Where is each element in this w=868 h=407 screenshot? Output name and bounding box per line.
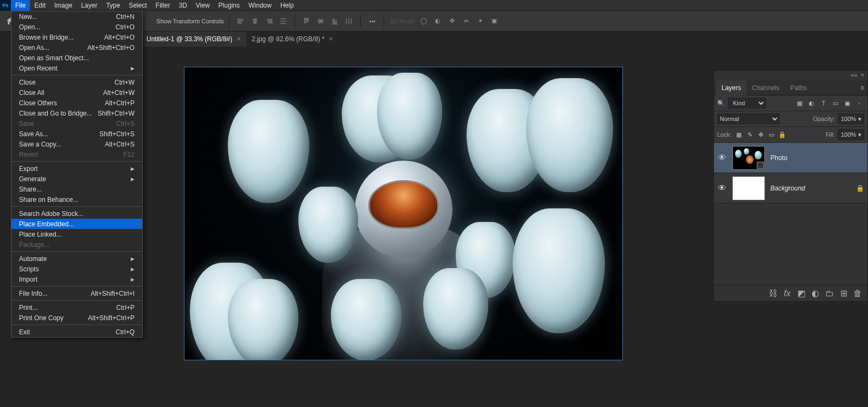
menu-select[interactable]: Select xyxy=(124,0,151,11)
file-menu-file-info[interactable]: File Info...Alt+Shift+Ctrl+I xyxy=(11,288,142,298)
file-menu-close[interactable]: CloseCtrl+W xyxy=(11,77,142,87)
file-menu-automate[interactable]: Automate▶ xyxy=(11,253,142,264)
layer-thumbnail[interactable] xyxy=(732,146,765,170)
file-menu-place-linked[interactable]: Place Linked... xyxy=(11,229,142,239)
visibility-icon[interactable]: 👁 xyxy=(717,153,727,163)
menu-plugins[interactable]: Plugins xyxy=(214,0,244,11)
panel-menu-icon[interactable]: ≡ xyxy=(860,84,864,92)
menu-3d[interactable]: 3D xyxy=(174,0,191,11)
layer-filter-kind[interactable]: Kind xyxy=(728,98,766,109)
blend-mode-select[interactable]: Normal xyxy=(717,113,780,124)
menu-help[interactable]: Help xyxy=(276,0,298,11)
filter-adjust-icon[interactable]: ◐ xyxy=(807,98,816,108)
fill-value[interactable]: 100%▾ xyxy=(838,129,864,140)
distribute-v-icon[interactable] xyxy=(343,15,355,27)
link-layers-icon[interactable]: ⛓ xyxy=(769,289,777,298)
menu-filter[interactable]: Filter xyxy=(151,0,175,11)
file-menu-open[interactable]: Open...Ctrl+O xyxy=(11,22,142,32)
channels-tab[interactable]: Channels xyxy=(746,80,785,96)
file-menu-scripts[interactable]: Scripts▶ xyxy=(11,264,142,274)
file-menu-import[interactable]: Import▶ xyxy=(11,274,142,284)
file-menu-open-as[interactable]: Open As...Alt+Shift+Ctrl+O xyxy=(11,42,142,53)
menu-file[interactable]: File xyxy=(11,0,30,11)
document-tab-2[interactable]: 2.jpg @ 82.6% (RGB/8) * × xyxy=(246,31,339,47)
lock-transparency-icon[interactable]: ▦ xyxy=(735,130,743,139)
align-middle-icon[interactable] xyxy=(315,15,327,27)
align-left-icon[interactable] xyxy=(235,15,247,27)
layer-photo[interactable]: 👁 Photo xyxy=(714,143,867,173)
file-menu-export[interactable]: Export▶ xyxy=(11,163,142,174)
file-menu-close-and-go-to-bridge[interactable]: Close and Go to Bridge...Shift+Ctrl+W xyxy=(11,108,142,118)
align-top-icon[interactable] xyxy=(301,15,312,27)
filter-pixel-icon[interactable]: ▦ xyxy=(795,98,805,108)
close-panel-icon[interactable]: × xyxy=(861,72,864,79)
more-options-icon[interactable]: ••• xyxy=(366,15,378,27)
3d-camera-icon[interactable]: ▣ xyxy=(488,15,500,27)
menu-layer[interactable]: Layer xyxy=(76,0,101,11)
document-canvas[interactable] xyxy=(184,67,623,360)
file-menu-save-a-copy[interactable]: Save a Copy...Alt+Ctrl+S xyxy=(11,139,142,149)
align-right-icon[interactable] xyxy=(263,15,275,27)
file-menu-close-all[interactable]: Close AllAlt+Ctrl+W xyxy=(11,87,142,98)
3d-slide-icon[interactable]: ⇔ xyxy=(460,15,472,27)
layer-mask-icon[interactable]: ◩ xyxy=(797,289,806,298)
document-tab-1[interactable]: Untitled-1 @ 33.3% (RGB/8#) × xyxy=(141,31,246,47)
lock-icon[interactable]: 🔒 xyxy=(856,185,864,192)
layer-name[interactable]: Photo xyxy=(770,154,787,162)
adjustment-layer-icon[interactable]: ◐ xyxy=(811,289,820,298)
distribute-icon[interactable] xyxy=(277,15,289,27)
menu-view[interactable]: View xyxy=(192,0,214,11)
filter-toggle-icon[interactable]: ◦ xyxy=(854,98,864,108)
layer-fx-icon[interactable]: fx xyxy=(783,289,792,298)
3d-orbit-icon[interactable]: ◯ xyxy=(418,15,430,27)
file-menu-print[interactable]: Print...Ctrl+P xyxy=(11,302,142,313)
layer-name[interactable]: Background xyxy=(770,185,805,192)
lock-position-icon[interactable]: ✥ xyxy=(756,130,765,139)
menu-window[interactable]: Window xyxy=(244,0,276,11)
align-center-h-icon[interactable] xyxy=(249,15,261,27)
collapse-panels-icon[interactable]: «« xyxy=(851,72,857,79)
close-tab-icon[interactable]: × xyxy=(329,31,333,47)
file-menu-search-adobe-stock[interactable]: Search Adobe Stock... xyxy=(11,208,142,219)
paths-tab[interactable]: Paths xyxy=(785,80,813,96)
file-menu-print-one-copy[interactable]: Print One CopyAlt+Shift+Ctrl+P xyxy=(11,313,142,323)
close-tab-icon[interactable]: × xyxy=(237,31,241,47)
delete-layer-icon[interactable]: 🗑 xyxy=(853,289,862,298)
file-menu-close-others[interactable]: Close OthersAlt+Ctrl+P xyxy=(11,98,142,108)
file-menu-exit[interactable]: ExitCtrl+Q xyxy=(11,327,142,337)
menu-type[interactable]: Type xyxy=(101,0,124,11)
layer-background[interactable]: 👁 Background 🔒 xyxy=(714,173,867,204)
new-layer-icon[interactable]: ⊞ xyxy=(839,289,848,298)
file-menu-share[interactable]: Share... xyxy=(11,184,142,194)
filter-smart-icon[interactable]: ▣ xyxy=(843,98,852,108)
menu-image[interactable]: Image xyxy=(50,0,76,11)
align-bottom-icon[interactable] xyxy=(329,15,341,27)
menu-edit[interactable]: Edit xyxy=(30,0,50,11)
layer-thumbnail[interactable] xyxy=(732,176,765,200)
file-menu-share-on-behance[interactable]: Share on Behance... xyxy=(11,194,142,205)
file-menu-generate[interactable]: Generate▶ xyxy=(11,174,142,184)
file-menu-new[interactable]: New...Ctrl+N xyxy=(11,11,142,22)
submenu-arrow-icon: ▶ xyxy=(131,166,135,171)
lock-paint-icon[interactable]: ✎ xyxy=(745,130,754,139)
file-menu-browse-in-bridge[interactable]: Browse in Bridge...Alt+Ctrl+O xyxy=(11,32,142,42)
3d-scale-icon[interactable]: ✦ xyxy=(474,15,486,27)
filter-type-icon[interactable]: T xyxy=(819,98,828,108)
3d-pan-icon[interactable]: ✥ xyxy=(446,15,458,27)
opacity-value[interactable]: 100%▾ xyxy=(838,113,864,124)
filter-shape-icon[interactable]: ▭ xyxy=(831,98,840,108)
file-menu-open-recent[interactable]: Open Recent▶ xyxy=(11,63,142,73)
file-menu-place-embedded[interactable]: Place Embedded... xyxy=(11,219,142,229)
layer-group-icon[interactable]: 🗀 xyxy=(825,289,834,298)
menu-bar: Ps File Edit Image Layer Type Select Fil… xyxy=(0,0,868,11)
file-menu-open-as-smart-object[interactable]: Open as Smart Object... xyxy=(11,53,142,63)
visibility-icon[interactable]: 👁 xyxy=(717,183,727,193)
file-menu-save-as[interactable]: Save As...Shift+Ctrl+S xyxy=(11,129,142,139)
lock-all-icon[interactable]: 🔒 xyxy=(778,130,787,139)
layers-tab[interactable]: Layers xyxy=(716,80,746,96)
show-transform-controls-label[interactable]: Show Transform Controls xyxy=(156,18,224,24)
submenu-arrow-icon: ▶ xyxy=(131,277,135,282)
lock-artboard-icon[interactable]: ▭ xyxy=(767,130,776,139)
3d-roll-icon[interactable]: ◐ xyxy=(432,15,444,27)
search-icon: 🔍 xyxy=(717,100,725,107)
